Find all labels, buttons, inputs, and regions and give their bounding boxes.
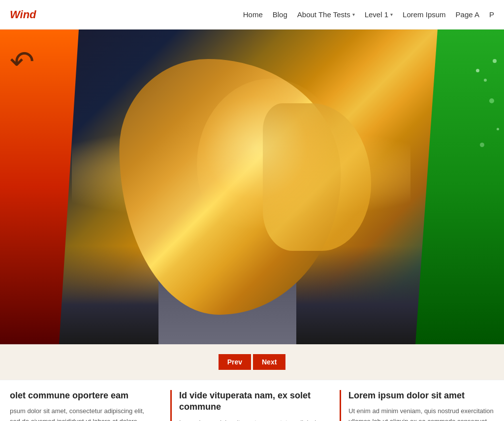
nav-home[interactable]: Home [243, 10, 263, 19]
card-1-text: psum dolor sit amet, consectetur adipisc… [10, 406, 156, 421]
card-3-title: Lorem ipsum dolor sit amet [348, 390, 494, 401]
image-slider: ↷ [0, 30, 504, 344]
nav-page-a[interactable]: Page A [456, 10, 479, 19]
card-2-title: Id vide vituperata nam, ex solet commune [179, 390, 325, 413]
site-logo[interactable]: Wind [10, 8, 36, 21]
header: Wind Home Blog About The Tests ▾ Level 1… [0, 0, 504, 30]
nav-p[interactable]: P [489, 10, 494, 19]
slider-controls: Prev Next [0, 344, 504, 380]
card-2-text: Lorem ipsum dolor sit amet, consectetur … [179, 418, 325, 421]
next-button[interactable]: Next [253, 354, 285, 370]
card-3-text: Ut enim ad minim veniam, quis nostrud ex… [348, 406, 494, 421]
prev-button[interactable]: Prev [219, 354, 251, 370]
nav-blog[interactable]: Blog [273, 10, 287, 19]
main-nav: Home Blog About The Tests ▾ Level 1 ▾ Lo… [243, 10, 494, 19]
content-card-2: Id vide vituperata nam, ex solet commune… [170, 390, 325, 421]
chevron-down-icon: ▾ [390, 12, 393, 17]
nav-lorem-ipsum[interactable]: Lorem Ipsum [403, 10, 446, 19]
slide-main-image [30, 30, 453, 344]
content-card-1: olet commune oportere eam psum dolor sit… [10, 390, 156, 421]
swirl-decoration: ↷ [10, 44, 34, 79]
content-section: olet commune oportere eam psum dolor sit… [0, 380, 504, 421]
nav-level1[interactable]: Level 1 ▾ [365, 10, 393, 19]
nav-about-tests[interactable]: About The Tests ▾ [297, 10, 355, 19]
card-1-title: olet commune oportere eam [10, 390, 156, 401]
chevron-down-icon: ▾ [352, 12, 355, 17]
content-card-3: Lorem ipsum dolor sit amet Ut enim ad mi… [340, 390, 494, 421]
